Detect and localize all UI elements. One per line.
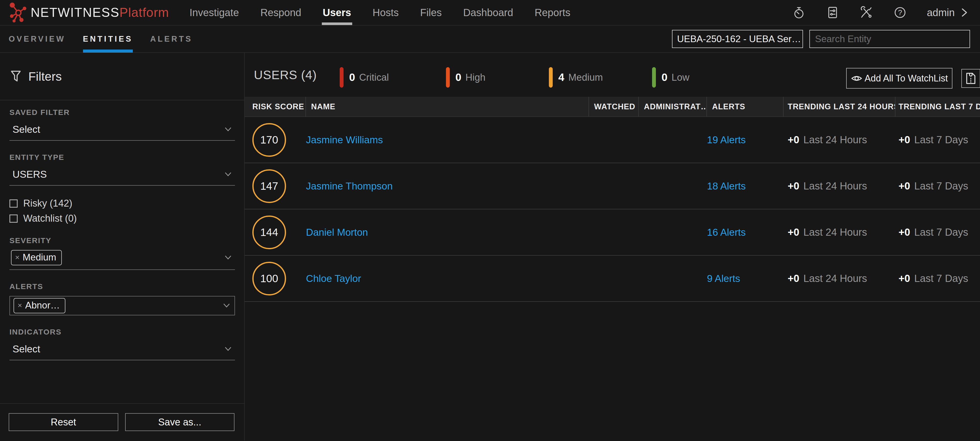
- admin-menu[interactable]: admin: [927, 7, 968, 18]
- checkbox-icon: [10, 215, 18, 223]
- nav-item-dashboard[interactable]: Dashboard: [463, 0, 513, 25]
- filters-sidebar: Filters SAVED FILTER Select ENTITY TYPE …: [0, 53, 245, 441]
- medium-severity-bar: [549, 67, 553, 88]
- trending-24h-cell: +0Last 24 Hours: [784, 134, 896, 146]
- column-header-risk-score[interactable]: RISK SCORE↓: [245, 97, 306, 116]
- users-count-title: USERS (4): [254, 68, 317, 82]
- chevron-right-icon: [960, 7, 968, 18]
- tab-alerts[interactable]: ALERTS: [150, 25, 192, 53]
- nav-item-users[interactable]: Users: [323, 0, 351, 25]
- alerts-count-link[interactable]: 16 Alerts: [707, 227, 746, 238]
- active-nav-indicator: [322, 22, 352, 25]
- content: Filters SAVED FILTER Select ENTITY TYPE …: [0, 53, 980, 441]
- reset-button[interactable]: Reset: [9, 413, 118, 431]
- tab-overview[interactable]: OVERVIEW: [9, 25, 66, 53]
- saved-filter-select[interactable]: Select: [10, 118, 235, 141]
- severity-label: SEVERITY: [10, 236, 235, 245]
- alerts-count-link[interactable]: 18 Alerts: [707, 180, 746, 192]
- entities-main: USERS (4) 0 Critical 0 High 4 Medium: [245, 53, 980, 441]
- trending-24h-cell: +0Last 24 Hours: [784, 226, 896, 238]
- svg-text:?: ?: [898, 8, 902, 17]
- netwitness-logo-icon: [9, 3, 28, 22]
- filters-footer: Reset Save as...: [0, 403, 244, 441]
- entity-search-input[interactable]: [810, 30, 970, 48]
- primary-nav: Investigate Respond Users Hosts Files Da…: [189, 0, 592, 25]
- entity-search: [810, 30, 970, 48]
- column-header-trending-24h[interactable]: TRENDING LAST 24 HOURS: [784, 97, 896, 116]
- trending-7d-cell: +0Last 7 Days: [896, 180, 980, 192]
- trending-7d-cell: +0Last 7 Days: [896, 226, 980, 238]
- table-row[interactable]: 170 Jasmine Williams 19 Alerts +0Last 24…: [245, 117, 980, 163]
- admin-label: admin: [927, 7, 955, 18]
- alerts-filter-label: ALERTS: [10, 282, 235, 291]
- risky-checkbox[interactable]: Risky (142): [10, 198, 235, 209]
- user-name-link[interactable]: Chloe Taylor: [306, 273, 361, 284]
- alerts-count-link[interactable]: 19 Alerts: [707, 134, 746, 146]
- severity-tag: × Medium: [11, 250, 62, 265]
- ueba-service-select[interactable]: UEBA-250-162 - UEBA Ser…: [672, 30, 803, 48]
- critical-severity-bar: [340, 67, 344, 88]
- entity-type-label: ENTITY TYPE: [10, 153, 235, 162]
- export-users-button[interactable]: [961, 69, 980, 88]
- active-tab-indicator: [83, 49, 133, 53]
- stat-critical: 0 Critical: [340, 67, 389, 88]
- chevron-down-icon: [224, 126, 232, 133]
- column-header-name[interactable]: NAME: [306, 97, 589, 116]
- low-severity-bar: [652, 67, 656, 88]
- service-select-value: UEBA-250-162 - UEBA Ser…: [677, 34, 801, 45]
- severity-select[interactable]: × Medium: [10, 247, 235, 270]
- nav-item-files[interactable]: Files: [420, 0, 442, 25]
- column-header-alerts[interactable]: ALERTS: [707, 97, 784, 116]
- trending-24h-cell: +0Last 24 Hours: [784, 273, 896, 284]
- user-name-link[interactable]: Jasmine Thompson: [306, 180, 393, 192]
- entity-flags: Risky (142) Watchlist (0): [10, 198, 235, 224]
- netwitness-users-screen: NETWITNESS Platform Investigate Respond …: [0, 0, 980, 441]
- top-right-controls: ? admin: [792, 6, 968, 19]
- chevron-down-icon: [224, 254, 232, 261]
- risk-score-badge: 170: [252, 123, 286, 157]
- entities-header: USERS (4) 0 Critical 0 High 4 Medium: [245, 53, 980, 97]
- remove-tag-icon[interactable]: ×: [18, 301, 22, 310]
- user-name-link[interactable]: Daniel Morton: [306, 227, 368, 238]
- filter-funnel-icon: [10, 70, 22, 83]
- trending-7d-cell: +0Last 7 Days: [896, 134, 980, 146]
- table-row[interactable]: 100 Chloe Taylor 9 Alerts +0Last 24 Hour…: [245, 256, 980, 302]
- entity-type-select[interactable]: USERS: [10, 163, 235, 186]
- nav-item-hosts[interactable]: Hosts: [373, 0, 399, 25]
- watchlist-checkbox[interactable]: Watchlist (0): [10, 213, 235, 224]
- export-file-icon: [966, 72, 976, 84]
- brand-name: NETWITNESS: [31, 5, 119, 20]
- table-row[interactable]: 144 Daniel Morton 16 Alerts +0Last 24 Ho…: [245, 209, 980, 256]
- save-as-button[interactable]: Save as...: [125, 413, 235, 431]
- risk-score-badge: 144: [252, 215, 286, 249]
- nav-item-reports[interactable]: Reports: [535, 0, 570, 25]
- users-table-header: RISK SCORE↓ NAME WATCHED ADMINISTRAT… AL…: [245, 97, 980, 117]
- alerts-select[interactable]: × Abnor…: [10, 296, 235, 315]
- admin-tools-icon[interactable]: [859, 6, 873, 19]
- remove-tag-icon[interactable]: ×: [15, 253, 20, 262]
- column-header-administrator[interactable]: ADMINISTRAT…: [639, 97, 707, 116]
- alerts-count-link[interactable]: 9 Alerts: [707, 273, 740, 284]
- nav-item-respond[interactable]: Respond: [260, 0, 301, 25]
- brand-suffix: Platform: [119, 5, 169, 20]
- column-header-watched[interactable]: WATCHED: [589, 97, 639, 116]
- preferences-icon[interactable]: [826, 6, 840, 19]
- column-header-trending-7d[interactable]: TRENDING LAST 7 DAYS: [896, 97, 980, 116]
- trending-7d-cell: +0Last 7 Days: [896, 273, 980, 284]
- high-severity-bar: [446, 67, 450, 88]
- help-icon[interactable]: ?: [893, 6, 907, 19]
- nav-item-investigate[interactable]: Investigate: [189, 0, 239, 25]
- user-name-link[interactable]: Jasmine Williams: [306, 134, 383, 146]
- chevron-down-icon: [224, 346, 232, 352]
- netwitness-logo[interactable]: NETWITNESS Platform: [9, 3, 169, 22]
- table-row[interactable]: 147 Jasmine Thompson 18 Alerts +0Last 24…: [245, 163, 980, 209]
- eye-icon: [851, 74, 862, 83]
- stopwatch-icon[interactable]: [792, 6, 806, 19]
- risk-score-badge: 147: [252, 169, 286, 203]
- tab-entities[interactable]: ENTITIES: [83, 25, 133, 53]
- add-all-to-watchlist-button[interactable]: Add All To WatchList: [846, 68, 952, 89]
- top-nav: NETWITNESS Platform Investigate Respond …: [0, 0, 980, 25]
- saved-filter-label: SAVED FILTER: [10, 108, 235, 117]
- stat-medium: 4 Medium: [549, 67, 603, 88]
- indicators-select[interactable]: Select: [10, 338, 235, 360]
